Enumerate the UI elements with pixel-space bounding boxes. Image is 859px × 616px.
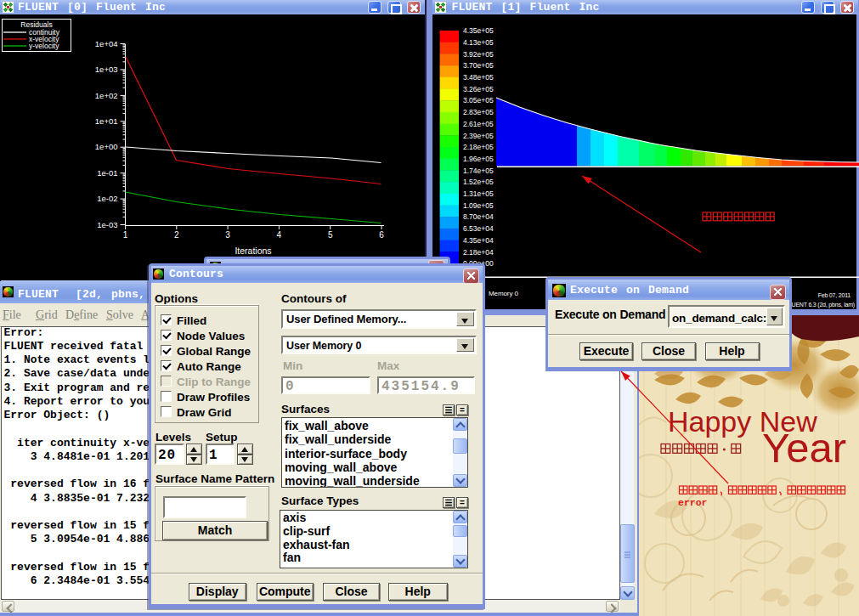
svg-text:error: error xyxy=(678,497,708,508)
